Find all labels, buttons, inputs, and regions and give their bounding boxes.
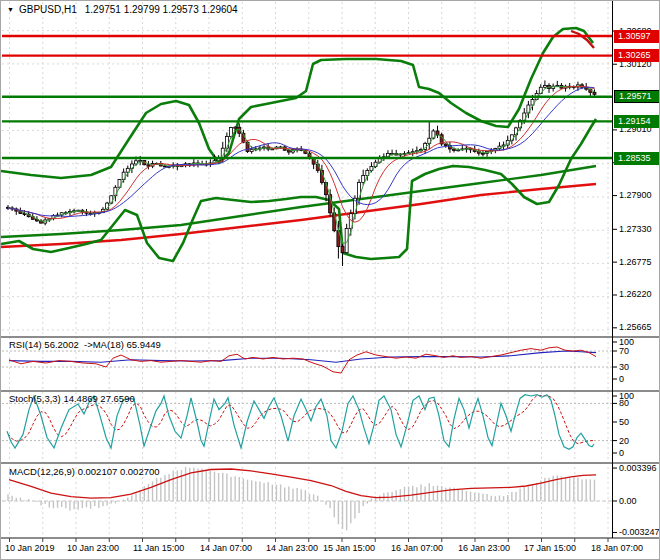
time-axis-label: 11 Jan 15:00 <box>133 543 184 553</box>
macd-axis-label: -0.003247 <box>619 527 660 537</box>
time-axis-label: 17 Jan 15:00 <box>524 543 576 553</box>
stoch-axis-label: 80 <box>619 398 629 408</box>
time-axis-label: 14 Jan 07:00 <box>200 543 252 553</box>
price-level-badge: 1.28535 <box>614 152 660 165</box>
macd-axis-label: 0.00 <box>619 496 637 506</box>
rsi-panel[interactable] <box>2 347 612 373</box>
chart-title: ▼GBPUSD,H11.29751 1.29799 1.29573 1.2960… <box>7 4 238 15</box>
symbol-timeframe-label: GBPUSD,H1 <box>19 4 77 15</box>
stoch-axis-label: 20 <box>619 436 629 446</box>
price-axis-label: 1.26220 <box>619 289 652 299</box>
time-axis-label: 18 Jan 07:00 <box>591 543 643 553</box>
time-axis-label: 16 Jan 23:00 <box>458 543 510 553</box>
time-axis-label: 14 Jan 23:00 <box>266 543 318 553</box>
price-axis-label: 1.27330 <box>619 224 652 234</box>
rsi-axis-label: 30 <box>619 362 629 372</box>
symbol-dropdown-icon[interactable]: ▼ <box>7 6 14 13</box>
price-level-badge: 1.30597 <box>614 30 660 43</box>
stoch-axis-label: 0 <box>619 448 624 458</box>
price-axis-label: 1.26775 <box>619 257 652 267</box>
time-axis-label: 15 Jan 15:00 <box>323 543 375 553</box>
stoch-indicator-label: Stoch(5,3,3) 14.4869 27.6590 <box>9 393 135 404</box>
mt4-chart-window: ▼GBPUSD,H11.29751 1.29799 1.29573 1.2960… <box>0 0 660 560</box>
price-level-badge: 1.29154 <box>614 115 660 128</box>
panel-dividers <box>1 1 660 542</box>
rsi-axis-label: 0 <box>619 374 624 384</box>
rsi-indicator-label: RSI(14) 56.2002 ->MA(18) 65.9449 <box>9 339 161 350</box>
price-level-badge: 1.30265 <box>614 49 660 62</box>
stoch-axis-label: 50 <box>619 417 629 427</box>
price-level-badge: 1.29571 <box>614 90 660 103</box>
time-axis-label: 16 Jan 07:00 <box>391 543 443 553</box>
ohlc-values: 1.29751 1.29799 1.29573 1.29604 <box>85 4 238 15</box>
price-axis-label: 1.27900 <box>619 190 652 200</box>
time-axis-label: 10 Jan 2019 <box>5 543 55 553</box>
macd-indicator-label: MACD(12,26,9) 0.002107 0.002700 <box>9 466 160 477</box>
time-axis-label: 10 Jan 23:00 <box>67 543 119 553</box>
price-axis-label: 1.25665 <box>619 322 652 332</box>
rsi-axis-label: 70 <box>619 346 629 356</box>
macd-axis-label: 0.003396 <box>619 463 657 473</box>
